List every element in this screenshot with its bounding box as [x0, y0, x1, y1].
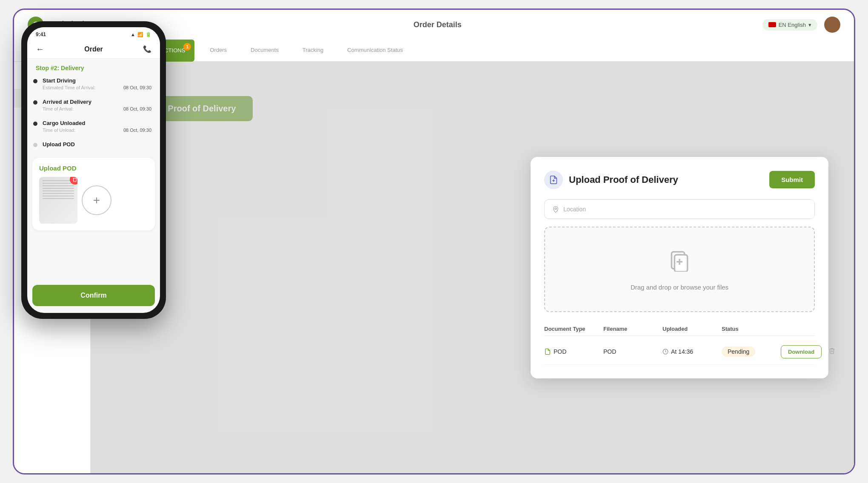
stop-detail-value-2: 08 Oct, 09:30 — [123, 106, 151, 111]
svg-point-2 — [555, 207, 557, 209]
phone-stop-upload-pod: Upload POD — [27, 137, 160, 152]
stop-detail-label-1: Estimated Time of Arrival: — [43, 85, 96, 90]
actions-badge: 1 — [183, 43, 191, 51]
phone-add-image-button[interactable]: + — [82, 185, 111, 215]
download-button[interactable]: Download — [781, 345, 822, 358]
doc-line — [43, 193, 74, 194]
phone-doc-lines — [43, 180, 74, 220]
document-table: Document Type Filename Uploaded Status P… — [544, 322, 815, 365]
wifi-icon: ▲ — [131, 32, 135, 37]
tab-communication[interactable]: Communication Status — [335, 40, 415, 62]
svg-rect-4 — [674, 255, 687, 272]
file-drop-zone[interactable]: Drag and drop or browse your files — [544, 227, 815, 312]
nav-right: EN English ▾ — [762, 17, 840, 33]
phone-status-icons: ▲ 📶 🔋 — [131, 32, 151, 37]
cell-doc-type: POD — [544, 348, 603, 355]
stop-detail-label-3: Time of Unload: — [43, 128, 75, 133]
phone-confirm-button[interactable]: Confirm — [32, 285, 155, 306]
submit-button[interactable]: Submit — [769, 171, 815, 188]
doc-line — [43, 196, 74, 196]
file-upload-icon — [668, 248, 691, 277]
table-row: POD POD At 14:36 Pending — [544, 339, 815, 365]
modal-header: Upload Proof of Delivery Submit — [544, 170, 815, 189]
signal-icon: 📶 — [137, 32, 143, 37]
col-doc-type: Document Type — [544, 326, 603, 332]
stop-detail-1: Estimated Time of Arrival: 08 Oct, 09:30 — [36, 85, 151, 90]
stop-dot-1 — [33, 79, 37, 83]
modal-title-area: Upload Proof of Delivery — [544, 170, 678, 189]
drop-zone-text: Drag and drop or browse your files — [631, 284, 728, 291]
doc-line — [43, 180, 74, 181]
phone-order-title: Order — [84, 45, 103, 53]
phone-upload-pod-card: Upload POD — [32, 158, 155, 230]
stop-dot-3 — [33, 122, 37, 126]
lang-label: EN English — [779, 22, 806, 28]
stop-dot-4 — [33, 143, 37, 147]
cell-uploaded: At 14:36 — [662, 348, 722, 355]
tab-orders[interactable]: Orders — [198, 40, 239, 62]
doc-line — [43, 190, 74, 191]
status-badge: Pending — [722, 347, 755, 357]
stop-label-2: Arrived at Delivery — [36, 99, 151, 105]
upload-pod-modal: Upload Proof of Delivery Submit Location — [531, 157, 828, 378]
phone-doc-thumbnail — [39, 177, 77, 224]
stop-detail-label-2: Time of Arrival: — [43, 106, 74, 111]
col-uploaded: Uploaded — [662, 326, 722, 332]
doc-line — [43, 185, 74, 186]
chevron-down-icon: ▾ — [808, 22, 811, 28]
lang-selector[interactable]: EN English ▾ — [762, 19, 817, 31]
phone-images-row: + — [39, 177, 148, 224]
phone-stop-arrived: Arrived at Delivery Time of Arrival: 08 … — [27, 94, 160, 116]
delete-row-button[interactable] — [825, 346, 839, 358]
battery-icon: 🔋 — [146, 32, 151, 37]
phone-status-bar: 9:41 ▲ 📶 🔋 — [27, 27, 160, 40]
phone-mockup: 9:41 ▲ 📶 🔋 ← Order 📞 Stop #2: Delivery — [17, 21, 170, 462]
cell-status: Pending — [722, 347, 781, 357]
stop-label-3: Cargo Unloaded — [36, 120, 151, 126]
phone-upload-pod-title: Upload POD — [39, 165, 148, 172]
doc-line — [43, 183, 74, 184]
back-button[interactable]: ← — [36, 44, 44, 54]
tab-documents[interactable]: Documents — [239, 40, 291, 62]
modal-title: Upload Proof of Delivery — [569, 174, 678, 185]
cell-row-actions: Download — [781, 345, 815, 358]
row-actions: Download — [781, 345, 839, 358]
location-placeholder: Location — [563, 206, 586, 213]
phone-stop-start-driving: Start Driving Estimated Time of Arrival:… — [27, 73, 160, 94]
phone-stop-section-title: Stop #2: Delivery — [27, 59, 160, 73]
tab-tracking[interactable]: Tracking — [291, 40, 335, 62]
location-input[interactable]: Location — [544, 199, 815, 219]
stop-dot-2 — [33, 100, 37, 105]
stop-detail-3: Time of Unload: 08 Oct, 09:30 — [36, 128, 151, 133]
phone-body: Stop #2: Delivery Start Driving Estimate… — [27, 59, 160, 285]
phone-call-icon[interactable]: 📞 — [143, 45, 151, 53]
col-filename: Filename — [603, 326, 662, 332]
phone-screen: 9:41 ▲ 📶 🔋 ← Order 📞 Stop #2: Delivery — [27, 27, 160, 313]
stop-label-4: Upload POD — [36, 141, 151, 148]
modal-overlay: Upload Proof of Delivery Submit Location — [91, 62, 854, 473]
phone-nav: ← Order 📞 — [27, 40, 160, 59]
user-avatar[interactable] — [824, 17, 840, 33]
modal-doc-icon — [544, 170, 563, 189]
stop-label-1: Start Driving — [36, 77, 151, 84]
phone-stop-cargo: Cargo Unloaded Time of Unload: 08 Oct, 0… — [27, 116, 160, 137]
page-title: Order Details — [414, 20, 462, 29]
stop-detail-value-3: 08 Oct, 09:30 — [123, 128, 151, 133]
doc-line — [43, 198, 74, 199]
cell-filename: POD — [603, 348, 662, 355]
stop-detail-2: Time of Arrival: 08 Oct, 09:30 — [36, 106, 151, 111]
col-status: Status — [722, 326, 781, 332]
doc-line — [43, 188, 74, 189]
nav-center: Order Details — [121, 20, 754, 29]
phone-time: 9:41 — [36, 31, 46, 37]
phone-outer: 9:41 ▲ 📶 🔋 ← Order 📞 Stop #2: Delivery — [21, 21, 166, 319]
table-header: Document Type Filename Uploaded Status — [544, 322, 815, 336]
stop-detail-value-1: 08 Oct, 09:30 — [123, 85, 151, 90]
col-actions — [781, 326, 815, 332]
